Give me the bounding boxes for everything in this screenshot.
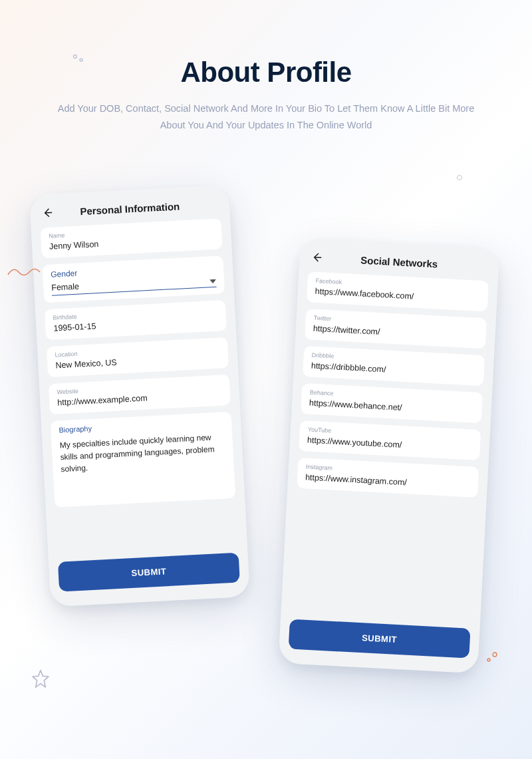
back-button[interactable]: [309, 249, 325, 265]
screen-title: Social Networks: [325, 252, 490, 272]
location-field[interactable]: Location New Mexico, US: [47, 337, 229, 377]
chevron-down-icon: [209, 276, 217, 286]
dribbble-field[interactable]: Dribbble https://dribbble.com/: [303, 346, 485, 386]
screen-title: Personal Information: [55, 198, 221, 218]
svg-point-3: [487, 659, 490, 661]
youtube-field[interactable]: YouTube https://www.youtube.com/: [299, 420, 481, 460]
website-field[interactable]: Website http://www.example.com: [49, 375, 231, 414]
back-button[interactable]: [39, 204, 56, 221]
decoration-star-icon: [30, 669, 51, 692]
biography-value: My specialties include quickly learning …: [59, 430, 225, 475]
instagram-field[interactable]: Instagram https://www.instagram.com/: [297, 458, 479, 498]
gender-field[interactable]: Gender Female: [43, 255, 225, 303]
submit-button[interactable]: SUBMIT: [289, 619, 471, 659]
phone-social-networks: Social Networks Facebook https://www.fac…: [278, 238, 499, 674]
decoration-circle-icon: [457, 175, 462, 180]
page-subtitle: Add Your DOB, Contact, Social Network An…: [53, 100, 479, 133]
submit-button[interactable]: SUBMIT: [58, 553, 240, 592]
birthdate-field[interactable]: Birthdate 1995-01-15: [45, 300, 227, 340]
twitter-field[interactable]: Twitter https://twitter.com/: [305, 309, 487, 349]
decoration-circles-icon: [485, 652, 499, 665]
biography-field[interactable]: Biography My specialties include quickly…: [51, 412, 235, 508]
phone-personal-info: Personal Information Name Jenny Wilson G…: [29, 185, 250, 607]
page-title: About Profile: [27, 57, 505, 88]
arrow-left-icon: [41, 206, 54, 219]
behance-field[interactable]: Behance https://www.behance.net/: [301, 383, 483, 423]
arrow-left-icon: [311, 251, 323, 263]
svg-point-2: [493, 653, 497, 657]
